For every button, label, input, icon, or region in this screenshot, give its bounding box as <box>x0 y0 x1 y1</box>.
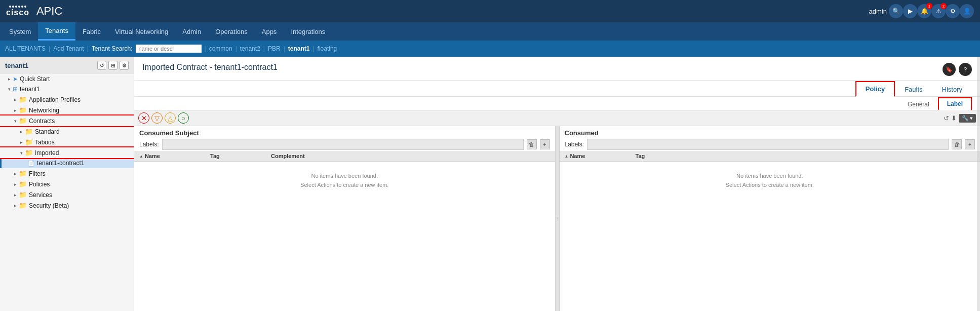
col-tag-label: Tag <box>210 153 220 159</box>
apic-title: APIC <box>36 5 62 18</box>
refresh-icon[interactable]: ↺ <box>944 114 949 122</box>
app-profiles-chevron: ▸ <box>14 97 17 102</box>
tenant1-root-chevron: ▾ <box>8 87 11 92</box>
subtab-general[interactable]: General <box>899 98 938 110</box>
consumed-subject-empty-msg: No items have been found. Select Actions… <box>134 162 555 200</box>
tenant-tenant2[interactable]: tenant2 <box>240 45 260 52</box>
tree-tenant1-root[interactable]: ▾ ⊞ tenant1 <box>0 84 134 94</box>
wrench-button[interactable]: 🔧 ▾ <box>959 114 976 123</box>
consumed-labels-input[interactable] <box>587 139 949 150</box>
tenant-floating[interactable]: floating <box>318 45 337 52</box>
settings-icon-btn[interactable]: ⚙ <box>946 4 960 18</box>
notifications-icon-btn[interactable]: 🔔 1 <box>917 4 931 18</box>
tab-history[interactable]: History <box>932 82 972 97</box>
video-icon-btn[interactable]: ▶ <box>903 4 917 18</box>
tree-tenant1-contract1[interactable]: 📄 tenant1-contract1 <box>0 158 134 168</box>
all-tenants-link[interactable]: ALL TENANTS <box>5 45 46 52</box>
nav-apps[interactable]: Apps <box>255 22 284 41</box>
networking-label: Networking <box>29 107 59 114</box>
sidebar-grid-icon[interactable]: ⊞ <box>108 61 117 70</box>
nav-virtual-networking[interactable]: Virtual Networking <box>108 22 175 41</box>
consumed-subject-title: Consumed Subject <box>134 126 555 138</box>
nav-system[interactable]: System <box>2 22 38 41</box>
consumed-subject-empty-line1: No items have been found. <box>139 172 550 181</box>
warning-action-icon[interactable]: △ <box>165 112 176 124</box>
delete-action-icon[interactable]: ✕ <box>138 112 149 124</box>
tree-standard[interactable]: ▸ 📁 Standard <box>0 126 134 137</box>
tenant-tenant1[interactable]: tenant1 <box>288 45 310 52</box>
consumed-table-header: ▲ Name Tag <box>560 151 981 162</box>
nav-admin[interactable]: Admin <box>175 22 208 41</box>
content-header: Imported Contract - tenant1-contract1 🔖 … <box>134 57 980 81</box>
imported-folder-icon: 📁 <box>25 149 33 157</box>
consumed-subject-delete-btn[interactable]: 🗑 <box>527 139 537 149</box>
nav-fabric[interactable]: Fabric <box>75 22 108 41</box>
col-complement-label: Complement <box>271 153 305 159</box>
consumed-subject-labels-input[interactable] <box>162 139 524 150</box>
search-icon-btn[interactable]: 🔍 <box>889 4 903 18</box>
consumed-title-text: Consumed <box>565 129 599 137</box>
down-action-icon[interactable]: ▽ <box>151 112 163 124</box>
tenant-search-input[interactable] <box>136 45 202 53</box>
consumed-delete-btn[interactable]: 🗑 <box>952 139 962 149</box>
nav-tenants[interactable]: Tenants <box>38 22 75 41</box>
alerts-icon-btn[interactable]: ⚠ 2 <box>931 4 946 18</box>
sidebar: tenant1 ↺ ⊞ ⚙ ▸ ➤ Quick Start ▾ ⊞ tenant… <box>0 57 134 311</box>
cisco-logo: cisco <box>6 6 29 17</box>
panel-divider[interactable]: ⋮ <box>556 126 560 311</box>
toolbar: ✕ ▽ △ ○ ↺ ⬇ 🔧 ▾ <box>134 110 980 126</box>
help-icon-btn[interactable]: ? <box>959 63 972 76</box>
consumed-empty-msg: No items have been found. Select Actions… <box>560 162 981 200</box>
main-layout: tenant1 ↺ ⊞ ⚙ ▸ ➤ Quick Start ▾ ⊞ tenant… <box>0 57 980 311</box>
tabs-row: Policy Faults History <box>134 81 980 97</box>
imported-chevron: ▾ <box>20 150 23 156</box>
imported-label: Imported <box>35 149 59 157</box>
nav-operations[interactable]: Operations <box>208 22 255 41</box>
download-icon[interactable]: ⬇ <box>951 114 957 122</box>
consumed-add-btn[interactable]: + <box>965 139 975 149</box>
check-action-icon[interactable]: ○ <box>178 112 189 124</box>
standard-label: Standard <box>35 128 60 135</box>
taboos-chevron: ▸ <box>20 140 23 145</box>
sidebar-refresh-icon[interactable]: ↺ <box>97 61 106 70</box>
subtab-label[interactable]: Label <box>938 97 972 110</box>
contracts-label: Contracts <box>29 118 55 125</box>
sidebar-settings-icon[interactable]: ⚙ <box>120 61 129 70</box>
sidebar-header: tenant1 ↺ ⊞ ⚙ <box>0 57 134 74</box>
tree-networking[interactable]: ▸ 📁 Networking <box>0 105 134 115</box>
top-bar: cisco APIC admin 🔍 ▶ 🔔 1 ⚠ 2 ⚙ 👤 <box>0 0 980 22</box>
bookmark-icon-btn[interactable]: 🔖 <box>943 63 956 76</box>
add-tenant-link[interactable]: Add Tenant <box>53 45 84 52</box>
consumed-subject-add-btn[interactable]: + <box>540 139 550 149</box>
tree-taboos[interactable]: ▸ 📁 Taboos <box>0 137 134 147</box>
tree-security-beta[interactable]: ▸ 📁 Security (Beta) <box>0 200 134 211</box>
contract1-label: tenant1-contract1 <box>37 160 84 167</box>
tree-policies[interactable]: ▸ 📁 Policies <box>0 179 134 189</box>
tree-contracts[interactable]: ▾ 📁 Contracts <box>0 115 134 126</box>
standard-chevron: ▸ <box>20 129 23 134</box>
consumed-subject-table: ▲ Name Tag Complement No items have been… <box>134 151 555 311</box>
col-name-label: Name <box>145 153 160 159</box>
nav-integrations[interactable]: Integrations <box>284 22 332 41</box>
tenant-common[interactable]: common <box>209 45 232 52</box>
policies-chevron: ▸ <box>14 182 17 187</box>
consumed-col-name-label: Name <box>570 153 585 159</box>
consumed-subject-panel: Consumed Subject Labels: 🗑 + ▲ Name <box>134 126 556 311</box>
tab-faults[interactable]: Faults <box>895 82 932 97</box>
tree-services[interactable]: ▸ 📁 Services <box>0 189 134 200</box>
taboos-label: Taboos <box>35 139 55 146</box>
consumed-title: Consumed <box>560 126 981 138</box>
quick-start-label: Quick Start <box>20 75 50 83</box>
tree-imported[interactable]: ▾ 📁 Imported <box>0 147 134 158</box>
tab-policy[interactable]: Policy <box>855 81 895 97</box>
user-icon-btn[interactable]: 👤 <box>960 4 974 18</box>
tree-quick-start[interactable]: ▸ ➤ Quick Start <box>0 74 134 84</box>
tree-filters[interactable]: ▸ 📁 Filters <box>0 168 134 179</box>
consumed-labels-row: Labels: 🗑 + <box>560 138 981 151</box>
tenant-pbr[interactable]: PBR <box>268 45 281 52</box>
tenant1-root-icon: ⊞ <box>13 86 18 93</box>
tenant-search-label: Tenant Search: <box>92 45 133 52</box>
tree-app-profiles[interactable]: ▸ 📁 Application Profiles <box>0 94 134 105</box>
content-area: Imported Contract - tenant1-contract1 🔖 … <box>134 57 980 311</box>
toolbar-right: ↺ ⬇ 🔧 ▾ <box>944 114 976 123</box>
